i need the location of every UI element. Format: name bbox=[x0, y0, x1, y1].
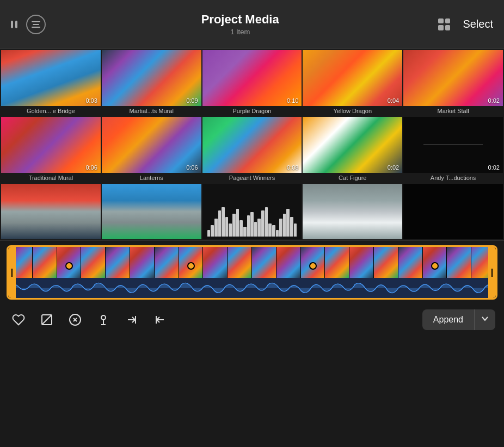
media-card-traditional-mural: 0:06Traditional Mural bbox=[1, 117, 101, 183]
timeline-filmstrip bbox=[8, 247, 496, 277]
media-item-pageant[interactable]: 0:08 bbox=[202, 117, 302, 173]
media-item-traditional-mural[interactable]: 0:06 bbox=[1, 117, 101, 173]
media-item-purple-dragon[interactable]: 0:10 bbox=[202, 50, 302, 106]
media-thumb-cat-figure: 0:02 bbox=[303, 117, 402, 173]
media-thumb-mural: 0:09 bbox=[102, 50, 201, 106]
set-end-icon bbox=[125, 313, 138, 326]
media-duration-golden-gate: 0:03 bbox=[85, 97, 97, 104]
waveform-bar bbox=[261, 210, 265, 237]
timeline-handle-left[interactable]: | bbox=[8, 247, 16, 298]
media-label-traditional-mural: Traditional Mural bbox=[1, 173, 101, 183]
waveform-bar bbox=[225, 217, 229, 237]
media-item-cat-figure[interactable]: 0:02 bbox=[303, 117, 402, 173]
media-duration-mural: 0:09 bbox=[186, 97, 198, 104]
media-thumb-building bbox=[303, 184, 402, 240]
filter-line-1 bbox=[32, 21, 40, 22]
media-item-market-stall[interactable]: 0:02 bbox=[403, 50, 503, 106]
favorite-button[interactable] bbox=[9, 310, 28, 330]
media-card-pageant: 0:08Pageant Winners bbox=[202, 117, 302, 183]
media-duration-cat-figure: 0:02 bbox=[388, 164, 399, 171]
waveform-bar bbox=[229, 223, 232, 237]
media-item-golden-gate[interactable]: 0:03 bbox=[1, 50, 101, 106]
waveform-bar bbox=[214, 219, 218, 237]
timeline-section: | | bbox=[0, 240, 504, 304]
audio-waveform bbox=[207, 204, 297, 237]
media-item-audio-clip[interactable] bbox=[202, 184, 302, 240]
media-item-lanterns[interactable]: 0:06 bbox=[102, 117, 201, 173]
media-label-mural: Martial...ts Mural bbox=[102, 106, 201, 116]
media-duration-market-stall: 0:02 bbox=[488, 97, 500, 104]
media-thumb-yellow-dragon: 0:04 bbox=[303, 50, 402, 106]
media-grid: 0:03Golden... e Bridge0:09Martial...ts M… bbox=[0, 49, 504, 240]
append-button[interactable]: Append bbox=[422, 309, 474, 330]
media-label-yellow-dragon: Yellow Dragon bbox=[303, 106, 402, 116]
grid-view-button[interactable] bbox=[434, 15, 454, 34]
waveform-bar bbox=[232, 214, 236, 237]
media-thumb-market-stall: 0:02 bbox=[403, 50, 503, 106]
media-item-building[interactable] bbox=[303, 184, 402, 240]
set-start-button[interactable] bbox=[150, 310, 170, 330]
media-item-mural[interactable]: 0:09 bbox=[102, 50, 201, 106]
waveform-bar bbox=[243, 227, 247, 237]
media-thumb-traditional-mural: 0:06 bbox=[1, 117, 101, 173]
media-card-golden-gate: 0:03Golden... e Bridge bbox=[1, 50, 101, 116]
grid-cell-4 bbox=[445, 25, 451, 30]
pause-bar-2 bbox=[15, 21, 17, 28]
waveform-bar bbox=[257, 219, 261, 237]
media-card-andy-t: 0:02Andy T...ductions bbox=[403, 117, 503, 183]
append-chevron-button[interactable] bbox=[474, 309, 495, 330]
media-label-lanterns: Lanterns bbox=[102, 173, 201, 183]
waveform-bar bbox=[218, 210, 222, 237]
timeline-strip[interactable]: | | bbox=[7, 245, 497, 300]
media-duration-traditional-mural: 0:06 bbox=[85, 164, 97, 171]
pause-bar-1 bbox=[11, 21, 13, 28]
media-duration-pageant: 0:08 bbox=[287, 164, 298, 171]
mark-button[interactable] bbox=[94, 310, 113, 330]
bottom-toolbar: Append bbox=[0, 304, 504, 336]
media-thumb-purple-dragon: 0:10 bbox=[202, 50, 302, 106]
chevron-down-icon bbox=[481, 315, 489, 322]
mark-icon bbox=[97, 313, 110, 326]
filmstrip-frame bbox=[228, 247, 252, 277]
media-thumb-pageant: 0:08 bbox=[202, 117, 302, 173]
media-item-andy-t[interactable]: 0:02 bbox=[403, 117, 503, 173]
media-item-aerial[interactable] bbox=[102, 184, 201, 240]
media-card-building bbox=[303, 184, 402, 240]
set-end-button[interactable] bbox=[122, 310, 142, 330]
waveform-bar bbox=[247, 215, 250, 237]
media-label-market-stall: Market Stall bbox=[403, 106, 503, 116]
filmstrip-frame bbox=[252, 247, 276, 277]
reject-icon bbox=[69, 313, 82, 326]
media-thumb-bridge2 bbox=[1, 184, 101, 240]
waveform-bar bbox=[286, 209, 290, 237]
waveform-bar bbox=[290, 217, 293, 237]
hide-button[interactable] bbox=[37, 310, 57, 330]
waveform-bar bbox=[268, 223, 272, 237]
header-center: Project Media 1 Item bbox=[46, 13, 434, 36]
header-left-controls bbox=[11, 15, 46, 34]
grid-cell-3 bbox=[438, 25, 444, 30]
waveform-bar bbox=[294, 223, 297, 237]
select-button[interactable]: Select bbox=[463, 18, 493, 30]
timeline-handle-right[interactable]: | bbox=[488, 247, 496, 298]
media-label-purple-dragon: Purple Dragon bbox=[202, 106, 302, 116]
svg-line-1 bbox=[42, 315, 52, 325]
filter-button[interactable] bbox=[26, 15, 46, 34]
grid-cell-2 bbox=[445, 18, 451, 24]
filmstrip-frame bbox=[57, 247, 82, 277]
media-item-yellow-dragon[interactable]: 0:04 bbox=[303, 50, 402, 106]
grid-icon bbox=[438, 18, 450, 30]
reject-button[interactable] bbox=[65, 310, 85, 330]
media-thumb-golden-gate: 0:03 bbox=[1, 50, 101, 106]
media-item-bridge2[interactable] bbox=[1, 184, 101, 240]
media-label-andy-t: Andy T...ductions bbox=[403, 173, 503, 183]
pause-button[interactable] bbox=[11, 21, 17, 28]
timeline-waveform bbox=[8, 278, 496, 299]
filmstrip-frame bbox=[81, 247, 106, 277]
media-duration-lanterns: 0:06 bbox=[186, 164, 198, 171]
media-item-dark-clip[interactable] bbox=[403, 184, 503, 240]
media-card-yellow-dragon: 0:04Yellow Dragon bbox=[303, 50, 402, 116]
media-card-purple-dragon: 0:10Purple Dragon bbox=[202, 50, 302, 116]
filmstrip-frame bbox=[179, 247, 204, 277]
set-start-icon bbox=[153, 313, 167, 326]
